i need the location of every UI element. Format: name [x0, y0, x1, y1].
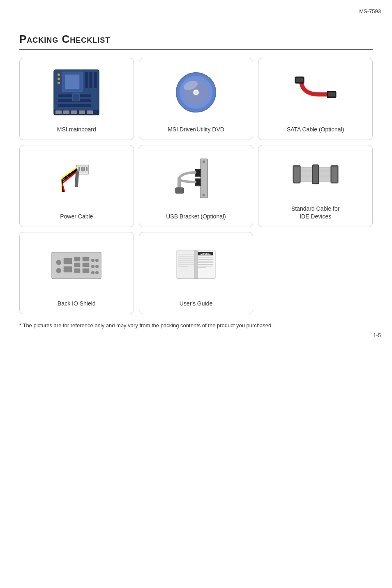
item-dvd: MSI Driver/Utility DVD — [139, 58, 254, 140]
svg-point-46 — [203, 161, 205, 163]
item-label-sata: SATA Cable (Optional) — [287, 126, 344, 134]
items-row-1: MSI mainboard MSI Driver/ — [19, 58, 373, 140]
svg-line-44 — [76, 172, 77, 186]
item-power-cable: Power Cable — [19, 145, 134, 227]
guide-icon: MANUAL — [143, 240, 249, 293]
svg-rect-45 — [200, 159, 208, 198]
ide-icon — [263, 153, 368, 198]
svg-rect-49 — [196, 170, 200, 176]
svg-rect-5 — [65, 75, 79, 89]
svg-rect-77 — [83, 257, 89, 261]
svg-rect-3 — [58, 104, 91, 107]
item-sata-cable: SATA Cable (Optional) — [258, 58, 373, 140]
svg-rect-17 — [79, 110, 85, 114]
svg-rect-15 — [63, 110, 69, 114]
svg-rect-12 — [72, 94, 80, 101]
item-label-backio: Back IO Shield — [58, 300, 96, 308]
svg-rect-52 — [175, 188, 184, 193]
svg-point-83 — [95, 265, 99, 268]
svg-rect-79 — [83, 269, 89, 273]
svg-rect-72 — [64, 258, 72, 264]
power-icon — [24, 153, 129, 206]
page-title: Packing Checklist — [19, 33, 373, 46]
disclaimer-note: * The pictures are for reference only an… — [19, 322, 373, 330]
item-label-usb: USB Bracket (Optional) — [166, 213, 226, 221]
svg-point-81 — [95, 259, 99, 262]
svg-rect-74 — [74, 257, 80, 261]
svg-rect-32 — [78, 167, 80, 171]
svg-point-10 — [58, 78, 60, 80]
backio-icon — [24, 240, 129, 293]
svg-rect-8 — [94, 72, 97, 88]
svg-point-47 — [203, 194, 205, 196]
svg-rect-34 — [83, 167, 85, 171]
svg-rect-73 — [64, 266, 72, 272]
svg-point-9 — [58, 74, 60, 76]
motherboard-icon — [24, 66, 129, 119]
svg-rect-18 — [87, 110, 93, 114]
svg-rect-14 — [55, 110, 62, 114]
items-row-2: Power Cable — [19, 145, 373, 227]
svg-rect-16 — [71, 110, 77, 114]
model-number: MS-7593 — [359, 8, 381, 14]
svg-rect-29 — [328, 92, 335, 96]
item-users-guide: MANUAL — [139, 232, 254, 314]
svg-rect-64 — [294, 167, 300, 182]
item-label-ide: Standard Cable for IDE Devices — [291, 205, 340, 221]
item-label-mainboard: MSI mainboard — [57, 126, 96, 134]
svg-rect-27 — [296, 78, 303, 82]
svg-rect-88 — [194, 250, 198, 279]
svg-point-85 — [95, 271, 99, 274]
svg-rect-76 — [74, 269, 80, 273]
items-row-3: Back IO Shield MANUAL — [19, 232, 373, 314]
item-backio-shield: Back IO Shield — [19, 232, 134, 314]
item-usb-bracket: USB Bracket (Optional) — [139, 145, 254, 227]
svg-rect-6 — [85, 72, 88, 88]
svg-point-84 — [91, 271, 95, 274]
svg-rect-66 — [332, 167, 337, 182]
item-label-guide: User's Guide — [180, 300, 212, 308]
svg-point-70 — [56, 260, 61, 265]
svg-rect-35 — [86, 167, 88, 171]
svg-rect-75 — [74, 263, 80, 267]
page-number: 1-5 — [373, 332, 381, 338]
title-section: Packing Checklist — [19, 33, 373, 50]
svg-point-82 — [91, 265, 95, 268]
sata-icon — [263, 66, 368, 119]
svg-point-11 — [58, 82, 60, 84]
item-label-power: Power Cable — [60, 213, 93, 221]
dvd-icon — [143, 66, 249, 119]
svg-rect-78 — [83, 263, 89, 267]
item-msi-mainboard: MSI mainboard — [19, 58, 134, 140]
svg-point-71 — [56, 268, 61, 273]
svg-rect-68 — [313, 165, 318, 183]
item-label-dvd: MSI Driver/Utility DVD — [168, 126, 224, 134]
item-empty — [258, 232, 373, 314]
svg-point-80 — [91, 259, 95, 262]
item-ide-cable: Standard Cable for IDE Devices — [258, 145, 373, 227]
svg-rect-51 — [196, 179, 200, 185]
svg-rect-7 — [89, 72, 92, 88]
svg-point-24 — [194, 91, 198, 94]
usb-icon — [143, 153, 249, 206]
svg-text:MANUAL: MANUAL — [201, 253, 211, 255]
svg-rect-33 — [81, 167, 83, 171]
